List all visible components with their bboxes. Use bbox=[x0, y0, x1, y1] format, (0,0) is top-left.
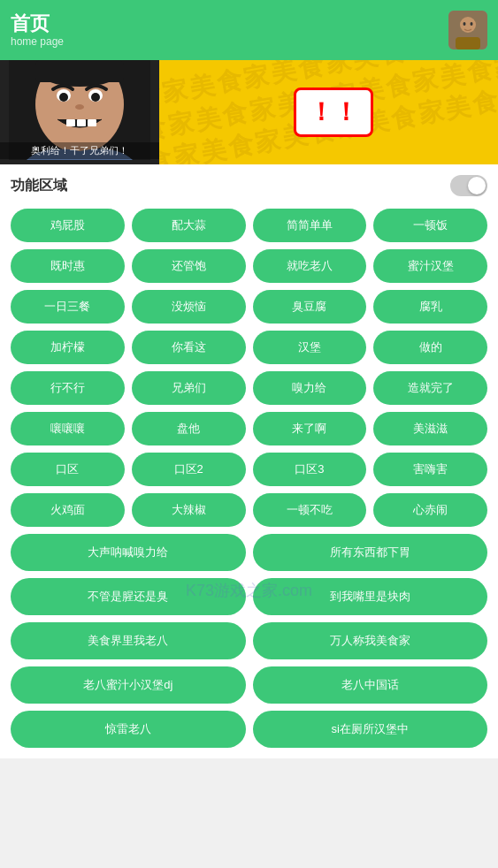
header-left: 首页 home page bbox=[11, 12, 64, 48]
func-btn-31[interactable]: 心赤闹 bbox=[373, 493, 487, 527]
wide-btn-6[interactable]: 老八蜜汁小汉堡dj bbox=[11, 666, 246, 704]
func-btn-28[interactable]: 火鸡面 bbox=[11, 493, 125, 527]
svg-rect-2 bbox=[456, 37, 480, 49]
func-btn-17[interactable]: 兄弟们 bbox=[132, 371, 246, 405]
wide-btn-9[interactable]: si在厕所汉堡中 bbox=[253, 711, 488, 748]
svg-rect-16 bbox=[77, 119, 86, 126]
page-subtitle: home page bbox=[11, 35, 64, 48]
func-btn-8[interactable]: 一日三餐 bbox=[11, 290, 125, 324]
func-btn-3[interactable]: 一顿饭 bbox=[373, 209, 487, 242]
wide-btn-2[interactable]: 不管是腥还是臭 bbox=[11, 578, 246, 615]
banner-caption: 奥利给！干了兄弟们！ bbox=[0, 142, 159, 159]
func-btn-4[interactable]: 既时惠 bbox=[11, 249, 125, 283]
func-btn-27[interactable]: 害嗨害 bbox=[373, 453, 487, 486]
func-btn-0[interactable]: 鸡屁股 bbox=[11, 209, 125, 242]
toggle-knob bbox=[468, 177, 486, 194]
svg-rect-9 bbox=[35, 60, 124, 82]
func-btn-2[interactable]: 简简单单 bbox=[253, 209, 367, 242]
func-btn-30[interactable]: 一顿不吃 bbox=[253, 493, 367, 527]
app-header: 首页 home page bbox=[0, 0, 498, 60]
main-content: 功能区域 鸡屁股配大蒜简简单单一顿饭既时惠还管饱就吃老八蜜汁汉堡一日三餐没烦恼臭… bbox=[0, 164, 498, 758]
func-btn-23[interactable]: 美滋滋 bbox=[373, 412, 487, 445]
func-btn-13[interactable]: 你看这 bbox=[132, 331, 246, 364]
func-btn-11[interactable]: 腐乳 bbox=[373, 290, 487, 324]
wide-btn-3[interactable]: 到我嘴里是块肉 bbox=[253, 578, 488, 615]
wide-btn-1[interactable]: 所有东西都下胃 bbox=[253, 534, 488, 571]
svg-rect-15 bbox=[66, 119, 75, 126]
func-btn-18[interactable]: 嗅力给 bbox=[253, 371, 367, 405]
func-btn-5[interactable]: 还管饱 bbox=[132, 249, 246, 283]
wide-btn-row-0: 大声呐喊嗅力给所有东西都下胃 bbox=[11, 534, 487, 571]
func-btn-16[interactable]: 行不行 bbox=[11, 371, 125, 405]
banner-image: 奥利给！干了兄弟们！ bbox=[0, 60, 159, 164]
wide-btn-0[interactable]: 大声呐喊嗅力给 bbox=[11, 534, 246, 571]
func-btn-6[interactable]: 就吃老八 bbox=[253, 249, 367, 283]
func-btn-15[interactable]: 做的 bbox=[373, 331, 487, 364]
func-btn-29[interactable]: 大辣椒 bbox=[132, 493, 246, 527]
wide-btn-5[interactable]: 万人称我美食家 bbox=[253, 622, 488, 659]
func-btn-10[interactable]: 臭豆腐 bbox=[253, 290, 367, 324]
func-btn-14[interactable]: 汉堡 bbox=[253, 331, 367, 364]
wide-btn-row-4: 惊雷老八si在厕所汉堡中 bbox=[11, 711, 487, 748]
svg-rect-17 bbox=[88, 119, 96, 126]
wide-btn-4[interactable]: 美食界里我老八 bbox=[11, 622, 246, 659]
wide-btn-row-1: 不管是腥还是臭到我嘴里是块肉 bbox=[11, 578, 487, 615]
feature-toggle[interactable] bbox=[450, 175, 487, 196]
avatar[interactable] bbox=[448, 11, 487, 49]
svg-point-13 bbox=[91, 93, 100, 102]
svg-point-5 bbox=[471, 22, 473, 26]
func-btn-22[interactable]: 来了啊 bbox=[253, 412, 367, 445]
func-btn-24[interactable]: 口区 bbox=[11, 453, 125, 486]
func-btn-21[interactable]: 盘他 bbox=[132, 412, 246, 445]
button-grid: 鸡屁股配大蒜简简单单一顿饭既时惠还管饱就吃老八蜜汁汉堡一日三餐没烦恼臭豆腐腐乳加… bbox=[11, 209, 487, 527]
wide-btn-row-3: 老八蜜汁小汉堡dj老八中国话 bbox=[11, 666, 487, 704]
page-title: 首页 bbox=[11, 12, 64, 35]
banner-exclaim-badge: ！！ bbox=[294, 88, 373, 137]
func-area-header: 功能区域 bbox=[11, 175, 487, 196]
func-btn-20[interactable]: 嚷嚷嚷 bbox=[11, 412, 125, 445]
svg-point-4 bbox=[464, 22, 466, 26]
wide-button-rows: 大声呐喊嗅力给所有东西都下胃不管是腥还是臭到我嘴里是块肉美食界里我老八万人称我美… bbox=[11, 534, 487, 748]
wide-btn-8[interactable]: 惊雷老八 bbox=[11, 711, 246, 748]
func-btn-1[interactable]: 配大蒜 bbox=[132, 209, 246, 242]
svg-point-12 bbox=[59, 93, 68, 102]
func-btn-12[interactable]: 加柠檬 bbox=[11, 331, 125, 364]
func-area-title: 功能区域 bbox=[11, 177, 67, 195]
func-btn-26[interactable]: 口区3 bbox=[253, 453, 367, 486]
wide-btn-row-2: 美食界里我老八万人称我美食家 bbox=[11, 622, 487, 659]
func-btn-25[interactable]: 口区2 bbox=[132, 453, 246, 486]
svg-point-14 bbox=[75, 104, 84, 110]
wide-btn-7[interactable]: 老八中国话 bbox=[253, 666, 488, 704]
func-btn-7[interactable]: 蜜汁汉堡 bbox=[373, 249, 487, 283]
func-btn-19[interactable]: 造就完了 bbox=[373, 371, 487, 405]
banner-right: 美食家美食家美食家美食家美食家美食家美食家美食家美食家美食家美食家美食家美食家美… bbox=[159, 60, 498, 164]
banner: 奥利给！干了兄弟们！ 美食家美食家美食家美食家美食家美食家美食家美食家美食家美食… bbox=[0, 60, 498, 164]
func-btn-9[interactable]: 没烦恼 bbox=[132, 290, 246, 324]
